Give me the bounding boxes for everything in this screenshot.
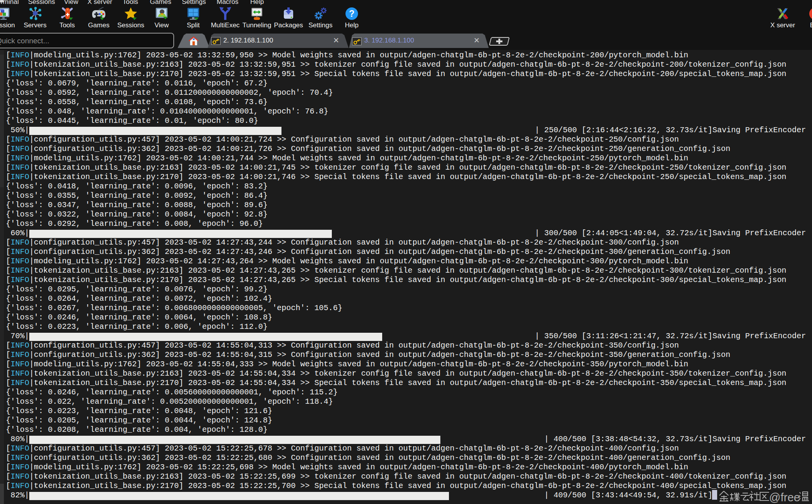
svg-text:?: ? bbox=[349, 9, 354, 19]
svg-text:@free: @free bbox=[769, 491, 800, 504]
